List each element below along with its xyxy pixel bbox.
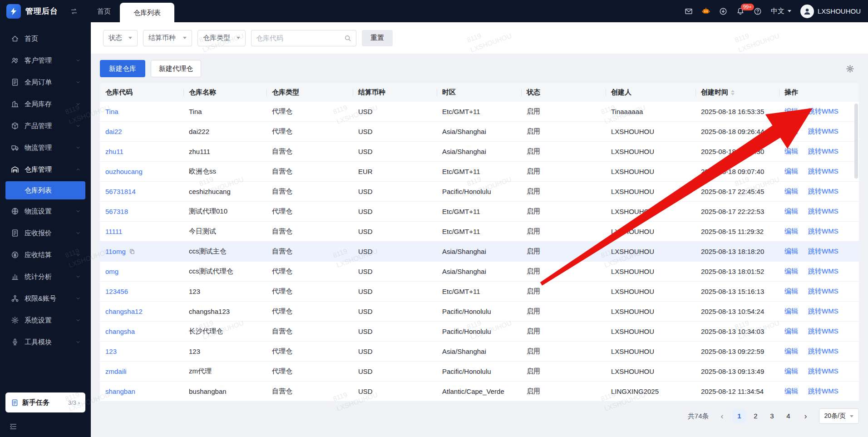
jump-wms-link[interactable]: 跳转WMS bbox=[808, 107, 838, 116]
sidebar-item-system-settings[interactable]: 系统设置 bbox=[0, 309, 91, 331]
warehouse-code-link[interactable]: changsha12 bbox=[105, 308, 143, 315]
table-row[interactable]: zmdailizm代理代理仓USDPacific/Honolulu启用LXSHO… bbox=[100, 362, 859, 382]
jump-wms-link[interactable]: 跳转WMS bbox=[808, 247, 838, 256]
status-select[interactable]: 状态 bbox=[103, 30, 138, 46]
table-row[interactable]: 123456123代理仓USDEtc/GMT+11启用LXSHOUHOU2025… bbox=[100, 282, 859, 302]
table-row[interactable]: 56731814ceshizhucang自营仓USDPacific/Honolu… bbox=[100, 182, 859, 202]
column-header[interactable]: 创建时间 bbox=[695, 83, 779, 102]
jump-wms-link[interactable]: 跳转WMS bbox=[808, 167, 838, 176]
edit-link[interactable]: 编辑 bbox=[784, 307, 798, 316]
edit-link[interactable]: 编辑 bbox=[784, 347, 798, 356]
table-row[interactable]: omgccs测试代理仓代理仓USDAsia/Shanghai启用LXSHOUHO… bbox=[100, 262, 859, 282]
jump-wms-link[interactable]: 跳转WMS bbox=[808, 347, 838, 356]
download-icon[interactable] bbox=[719, 7, 727, 15]
sidebar-item-tools[interactable]: 工具模块 bbox=[0, 331, 91, 353]
page-size-select[interactable]: 20条/页 bbox=[819, 408, 859, 424]
notification-bell-icon[interactable]: 99+ bbox=[736, 7, 745, 15]
table-settings-gear-icon[interactable] bbox=[846, 65, 854, 73]
warehouse-code-link[interactable]: 567318 bbox=[105, 208, 128, 215]
new-agent-warehouse-button[interactable]: 新建代理仓 bbox=[151, 60, 201, 77]
jump-wms-link[interactable]: 跳转WMS bbox=[808, 127, 838, 136]
sidebar-item-home[interactable]: 首页 bbox=[0, 28, 91, 50]
jump-wms-link[interactable]: 跳转WMS bbox=[808, 287, 838, 296]
sidebar-item-orders[interactable]: 全局订单 bbox=[0, 71, 91, 93]
warehouse-code-link[interactable]: shangban bbox=[105, 387, 135, 395]
edit-link[interactable]: 编辑 bbox=[784, 187, 798, 196]
app-logo[interactable]: 管理后台 bbox=[0, 4, 58, 19]
jump-wms-link[interactable]: 跳转WMS bbox=[808, 327, 838, 336]
edit-link[interactable]: 编辑 bbox=[784, 387, 798, 396]
edit-link[interactable]: 编辑 bbox=[784, 267, 798, 276]
help-icon[interactable] bbox=[754, 7, 762, 15]
page-button-2[interactable]: 2 bbox=[749, 409, 763, 423]
assistant-icon[interactable] bbox=[702, 7, 710, 15]
copy-icon[interactable] bbox=[129, 248, 135, 255]
table-row[interactable]: dai22dai222代理仓USDAsia/Shanghai启用LXSHOUHO… bbox=[100, 122, 859, 142]
user-menu[interactable]: LXSHOUHOU bbox=[800, 5, 861, 18]
page-button-4[interactable]: 4 bbox=[782, 409, 795, 423]
table-row[interactable]: changsha长沙代理仓自营仓USDPacific/Honolulu启用LXS… bbox=[100, 322, 859, 342]
scrollbar-thumb[interactable] bbox=[854, 104, 858, 179]
switch-system-icon[interactable] bbox=[70, 7, 78, 15]
warehouse-code-link[interactable]: 123456 bbox=[105, 288, 128, 295]
jump-wms-link[interactable]: 跳转WMS bbox=[808, 187, 838, 196]
sidebar-item-logistics[interactable]: 物流管理 bbox=[0, 137, 91, 159]
currency-select[interactable]: 结算币种 bbox=[143, 30, 192, 46]
warehouse-code-link[interactable]: 123 bbox=[105, 348, 117, 355]
collapse-sidebar-icon[interactable] bbox=[9, 422, 17, 431]
sidebar-item-products[interactable]: 产品管理 bbox=[0, 115, 91, 137]
warehouse-code-link[interactable]: zmdaili bbox=[105, 367, 127, 375]
edit-link[interactable]: 编辑 bbox=[784, 367, 798, 376]
language-select[interactable]: 中文 bbox=[771, 7, 791, 15]
mail-icon[interactable] bbox=[685, 7, 693, 15]
tab-warehouse-list[interactable]: 仓库列表 bbox=[120, 3, 174, 22]
page-button-1[interactable]: 1 bbox=[733, 409, 746, 423]
sidebar-subitem-warehouse-list[interactable]: 仓库列表 bbox=[5, 181, 85, 199]
edit-link[interactable]: 编辑 bbox=[784, 107, 798, 116]
table-row[interactable]: 11omgccs测试主仓自营仓USDAsia/Shanghai启用LXSHOUH… bbox=[100, 242, 859, 262]
sidebar-item-settlement[interactable]: 应收结算 bbox=[0, 244, 91, 266]
table-row[interactable]: TinaTina代理仓USDEtc/GMT+11启用Tinaaaaaa2025-… bbox=[100, 102, 859, 122]
edit-link[interactable]: 编辑 bbox=[784, 167, 798, 176]
sidebar-item-logistics-settings[interactable]: 物流设置 bbox=[0, 200, 91, 222]
table-row[interactable]: 123123代理仓USDAsia/Shanghai启用LXSHOUHOU2025… bbox=[100, 342, 859, 362]
edit-link[interactable]: 编辑 bbox=[784, 247, 798, 256]
warehouse-code-link[interactable]: 11omg bbox=[105, 248, 126, 255]
warehouse-code-link[interactable]: zhu11 bbox=[105, 148, 123, 155]
page-button-3[interactable]: 3 bbox=[765, 409, 779, 423]
jump-wms-link[interactable]: 跳转WMS bbox=[808, 307, 838, 316]
table-scrollbar[interactable] bbox=[854, 104, 858, 399]
next-page-button[interactable] bbox=[799, 409, 813, 423]
warehouse-code-link[interactable]: dai22 bbox=[105, 128, 122, 135]
edit-link[interactable]: 编辑 bbox=[784, 227, 798, 236]
warehouse-code-link[interactable]: omg bbox=[105, 268, 118, 275]
jump-wms-link[interactable]: 跳转WMS bbox=[808, 267, 838, 276]
sidebar-item-customers[interactable]: 客户管理 bbox=[0, 50, 91, 71]
edit-link[interactable]: 编辑 bbox=[784, 147, 798, 156]
jump-wms-link[interactable]: 跳转WMS bbox=[808, 147, 838, 156]
sidebar-item-warehouse[interactable]: 仓库管理 bbox=[0, 159, 91, 180]
reset-button[interactable]: 重置 bbox=[362, 30, 393, 46]
jump-wms-link[interactable]: 跳转WMS bbox=[808, 387, 838, 396]
warehouse-code-link[interactable]: 11111 bbox=[105, 228, 122, 235]
sidebar-item-inventory[interactable]: 全局库存 bbox=[0, 93, 91, 115]
search-icon[interactable] bbox=[344, 35, 351, 42]
table-row[interactable]: ouzhoucang欧洲仓ss自营仓EUREtc/GMT+11启用LXSHOUH… bbox=[100, 162, 859, 182]
tab-home[interactable]: 首页 bbox=[88, 0, 120, 22]
prev-page-button[interactable] bbox=[715, 409, 729, 423]
jump-wms-link[interactable]: 跳转WMS bbox=[808, 207, 838, 216]
warehouse-code-link[interactable]: ouzhoucang bbox=[105, 168, 143, 175]
warehouse-type-select[interactable]: 仓库类型 bbox=[197, 30, 246, 46]
edit-link[interactable]: 编辑 bbox=[784, 287, 798, 296]
table-row[interactable]: shangbanbushangban自营仓USDAtlantic/Cape_Ve… bbox=[100, 382, 859, 402]
table-row[interactable]: changsha12changsha123代理仓USDPacific/Honol… bbox=[100, 302, 859, 322]
table-row[interactable]: 11111今日测试自营仓USDEtc/GMT+11启用LXSHOUHOU2025… bbox=[100, 222, 859, 242]
newbie-task-card[interactable]: 新手任务 3/3 bbox=[5, 392, 85, 412]
sidebar-item-permissions[interactable]: 权限&账号 bbox=[0, 288, 91, 309]
sort-icon[interactable] bbox=[731, 90, 735, 95]
jump-wms-link[interactable]: 跳转WMS bbox=[808, 367, 838, 376]
edit-link[interactable]: 编辑 bbox=[784, 207, 798, 216]
sidebar-item-quote[interactable]: 应收报价 bbox=[0, 222, 91, 244]
warehouse-code-link[interactable]: changsha bbox=[105, 328, 135, 335]
jump-wms-link[interactable]: 跳转WMS bbox=[808, 227, 838, 236]
